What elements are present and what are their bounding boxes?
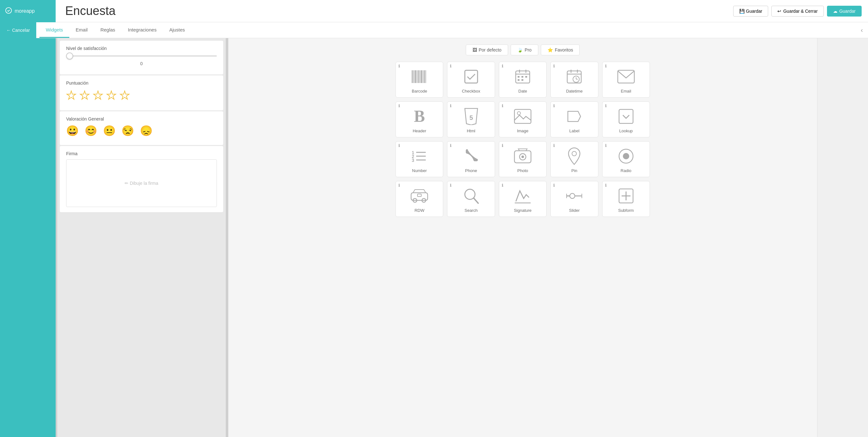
widget-radio[interactable]: ℹ Radio — [602, 141, 650, 177]
widget-photo[interactable]: ℹ Photo — [499, 141, 547, 177]
widget-pin[interactable]: ℹ Pin — [550, 141, 598, 177]
widget-lookup[interactable]: ℹ Lookup — [602, 101, 650, 137]
signature-placeholder: ✏ Dibuje la firma — [125, 181, 158, 186]
info-icon: ℹ — [605, 64, 607, 68]
widget-header[interactable]: ℹ B Header — [396, 101, 443, 137]
emoji-3[interactable]: 😐 — [103, 125, 116, 137]
widget-label: Date — [518, 89, 527, 93]
filter-default[interactable]: 🖼 Por defecto — [466, 45, 508, 55]
widget-date[interactable]: ℹ Date — [499, 62, 547, 98]
widget-image[interactable]: ℹ Image — [499, 101, 547, 137]
filter-pro[interactable]: 🍃 Pro — [510, 45, 538, 55]
emoji-5[interactable]: 😞 — [140, 125, 153, 137]
rdw-icon — [410, 186, 429, 205]
form-item-score: Puntuación ★ ★ ★ ★ ★ — [60, 76, 223, 110]
widgets-grid: ℹ Barcode ℹ Checkbox — [396, 62, 650, 217]
widget-filters: 🖼 Por defecto 🍃 Pro ⭐ Favoritos — [235, 45, 811, 55]
info-icon: ℹ — [398, 143, 400, 148]
tab-integraciones[interactable]: Integraciones — [121, 22, 163, 38]
nav-tabs: Widgets Email Reglas Integraciones Ajust… — [39, 22, 191, 38]
info-icon: ℹ — [553, 104, 555, 108]
info-icon: ℹ — [502, 104, 503, 108]
svg-point-0 — [6, 7, 11, 13]
svg-text:5: 5 — [469, 114, 473, 121]
widget-label: Number — [412, 168, 427, 173]
search-widget-icon — [463, 186, 479, 205]
tab-widgets[interactable]: Widgets — [39, 22, 69, 38]
slider-thumb[interactable] — [66, 53, 73, 59]
info-icon: ℹ — [553, 183, 555, 188]
widget-label: Search — [465, 208, 477, 213]
widget-label: Signature — [514, 208, 532, 213]
svg-rect-6 — [420, 70, 420, 83]
header-icon: B — [414, 107, 425, 126]
widget-label: Barcode — [412, 89, 427, 93]
widget-signature[interactable]: ℹ Signature — [499, 181, 547, 217]
widget-barcode[interactable]: ℹ Barcode — [396, 62, 443, 98]
svg-point-32 — [517, 112, 521, 115]
emoji-1[interactable]: 😀 — [66, 125, 79, 137]
widget-label: Html — [467, 128, 475, 133]
widget-checkbox[interactable]: ℹ Checkbox — [447, 62, 495, 98]
widget-label: Checkbox — [462, 89, 480, 93]
form-item-title: Valoración General — [66, 116, 217, 121]
slider-value: 0 — [66, 61, 217, 66]
svg-rect-19 — [518, 79, 520, 81]
star-1[interactable]: ★ — [66, 89, 76, 102]
widget-search[interactable]: ℹ Search — [447, 181, 495, 217]
tab-ajustes[interactable]: Ajustes — [163, 22, 191, 38]
tab-reglas[interactable]: Reglas — [94, 22, 122, 38]
photo-icon — [514, 147, 532, 166]
cancel-button[interactable]: ← Cancelar — [0, 22, 36, 38]
emoji-4[interactable]: 😒 — [121, 125, 134, 137]
panel-divider-right — [226, 38, 228, 437]
emoji-2[interactable]: 😊 — [85, 125, 97, 137]
signature-box[interactable]: ✏ Dibuje la firma — [66, 159, 217, 207]
svg-rect-4 — [416, 70, 417, 83]
svg-point-43 — [572, 151, 577, 156]
widget-label: Label — [569, 128, 579, 133]
lookup-icon — [618, 107, 634, 126]
collapse-nav-button[interactable]: ‹ — [856, 22, 868, 38]
widget-subform[interactable]: ℹ Subform — [602, 181, 650, 217]
star-5[interactable]: ★ — [120, 89, 130, 102]
star-2[interactable]: ★ — [80, 89, 90, 102]
emojis-container[interactable]: 😀 😊 😐 😒 😞 — [66, 125, 217, 140]
right-panel — [817, 38, 868, 437]
widget-datetime[interactable]: ℹ Datetime — [550, 62, 598, 98]
stars-container[interactable]: ★ ★ ★ ★ ★ — [66, 89, 217, 105]
svg-point-42 — [521, 155, 524, 158]
tab-email[interactable]: Email — [69, 22, 94, 38]
filter-favorites[interactable]: ⭐ Favoritos — [541, 45, 580, 55]
widget-slider[interactable]: ℹ Slider — [550, 181, 598, 217]
image-icon — [514, 107, 532, 126]
info-icon: ℹ — [450, 104, 452, 108]
widget-number[interactable]: ℹ 1 2 3 Number — [396, 141, 443, 177]
save-cloud-button[interactable]: ☁ Guardar — [827, 6, 862, 17]
slider-track[interactable] — [66, 55, 217, 57]
svg-rect-31 — [515, 109, 531, 123]
svg-rect-49 — [417, 194, 421, 197]
signature-icon — [514, 186, 531, 205]
sidebar-logo: moreapp — [0, 0, 56, 22]
info-icon: ℹ — [398, 64, 400, 68]
save-close-button[interactable]: ↩ Guardar & Cerrar — [771, 6, 824, 17]
widget-label: RDW — [414, 208, 425, 213]
svg-rect-7 — [421, 70, 422, 83]
widget-label: Photo — [517, 168, 528, 173]
info-icon: ℹ — [605, 104, 607, 108]
widget-label-item[interactable]: ℹ Label — [550, 101, 598, 137]
svg-rect-28 — [618, 70, 634, 83]
star-3[interactable]: ★ — [93, 89, 103, 102]
widget-html[interactable]: ℹ 5 Html — [447, 101, 495, 137]
barcode-icon — [411, 67, 428, 86]
widget-rdw[interactable]: ℹ RDW — [396, 181, 443, 217]
widget-phone[interactable]: ℹ Phone — [447, 141, 495, 177]
svg-rect-16 — [518, 76, 520, 78]
save-button[interactable]: 💾 Guardar — [733, 6, 768, 17]
widget-email[interactable]: ℹ Email — [602, 62, 650, 98]
widget-label: Image — [517, 128, 528, 133]
widget-label: Email — [621, 89, 631, 93]
star-4[interactable]: ★ — [106, 89, 116, 102]
svg-line-51 — [474, 198, 478, 203]
